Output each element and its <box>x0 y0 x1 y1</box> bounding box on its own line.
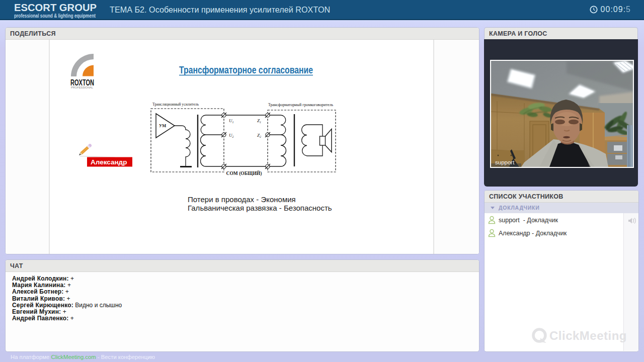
svg-text:СОМ (ОБЩИЙ): СОМ (ОБЩИЙ) <box>226 170 262 176</box>
svg-text:Александр: Александр <box>91 158 127 166</box>
svg-text:Трансформаторный громкоговорит: Трансформаторный громкоговоритель <box>268 103 333 107</box>
svg-text:ClickMeeting: ClickMeeting <box>549 329 627 342</box>
svg-text:ESCORT GROUP: ESCORT GROUP <box>14 3 97 13</box>
svg-text:Трансформаторное согласование: Трансформаторное согласование <box>179 64 313 75</box>
svg-text:Потери в проводах - Экономия: Потери в проводах - Экономия <box>188 195 296 204</box>
svg-text:Трансляционный усилитель: Трансляционный усилитель <box>152 102 199 107</box>
svg-text:professional sound & lighting: professional sound & lighting equipment <box>14 13 96 19</box>
svg-text:УМ: УМ <box>159 123 166 128</box>
svg-text:Гальваническая развязка - Безо: Гальваническая развязка - Безопасность <box>188 204 332 212</box>
svg-text:ROXTON: ROXTON <box>70 78 94 87</box>
svg-text:support: support <box>495 159 515 165</box>
svg-text:PROFESSIONAL: PROFESSIONAL <box>71 86 94 89</box>
